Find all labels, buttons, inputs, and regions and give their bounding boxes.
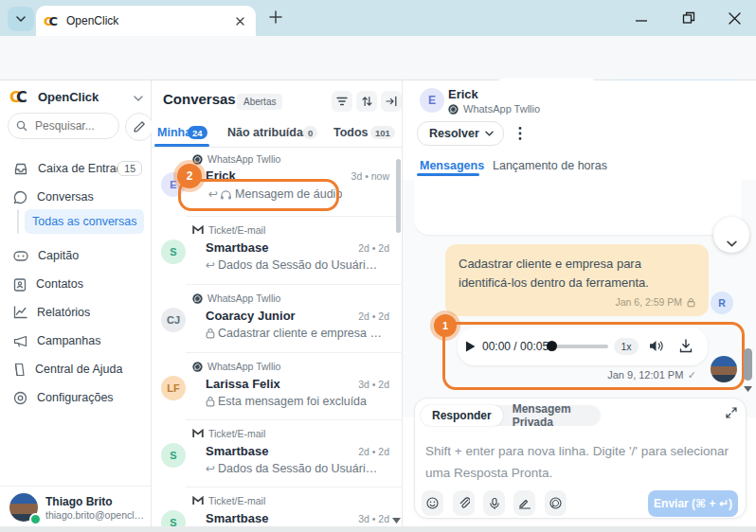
- list-scrollbar-thumb[interactable]: [396, 159, 401, 233]
- tab-search-button[interactable]: [8, 7, 34, 31]
- sidebar-item-label: Contatos: [36, 277, 83, 291]
- tab-mensagens[interactable]: Mensagens: [420, 159, 484, 172]
- composer-placeholder[interactable]: Shift + enter para nova linha. Digite '/…: [425, 440, 742, 484]
- chevron-down-icon[interactable]: [485, 131, 494, 136]
- channel-label: Ticket/E-mail: [192, 428, 265, 439]
- conversation-menu-icon[interactable]: [518, 126, 522, 141]
- note-author-avatar: R: [711, 292, 733, 314]
- avatar: CJ: [161, 308, 186, 332]
- sidebar: CC OpenClick Caixa de Entrada 15: [0, 80, 152, 526]
- conversation-row-larissa[interactable]: LF WhatsApp Twllio Larissa Felix 3d • 2d…: [152, 353, 403, 420]
- sidebar-item-capitao[interactable]: Capitão: [0, 243, 152, 268]
- emoji-icon[interactable]: [422, 490, 443, 516]
- note-text: Cadastrar cliente e empresa para identif…: [459, 255, 695, 293]
- chat-contact-channel: WhatsApp Twllio: [448, 103, 540, 115]
- search-input[interactable]: [33, 118, 113, 133]
- previous-message-bubble: [414, 178, 742, 235]
- tab-mensagem-privada[interactable]: Mensagem Privada: [503, 402, 601, 429]
- sidebar-item-label: Central de Ajuda: [35, 363, 122, 376]
- robot-icon: [13, 250, 28, 262]
- reply-icon: ↩: [206, 463, 215, 474]
- audio-message-timestamp: Jan 9, 12:01 PM ✓: [516, 365, 696, 382]
- chat-panel: E Erick WhatsApp Twllio Resolver Mensage…: [403, 80, 756, 526]
- window-minimize-button[interactable]: [627, 8, 656, 28]
- sidebar-item-contatos[interactable]: Contatos: [0, 272, 152, 296]
- tab-close-icon[interactable]: [231, 12, 248, 29]
- sidebar-item-label: Capitão: [38, 249, 79, 262]
- svg-text:C: C: [16, 88, 27, 105]
- window-close-button[interactable]: [720, 8, 748, 28]
- avatar: S: [161, 239, 186, 264]
- sidebar-item-configuracoes[interactable]: Configurações: [0, 385, 152, 410]
- channel-label: WhatsApp Twllio: [192, 153, 280, 165]
- search-box[interactable]: [8, 113, 119, 139]
- annotation-marker-2: 2: [177, 164, 202, 188]
- expand-composer-icon[interactable]: [726, 407, 737, 418]
- send-button[interactable]: Enviar (⌘ + ↵): [648, 490, 738, 517]
- attachment-icon[interactable]: [453, 490, 475, 516]
- sort-icon[interactable]: [356, 91, 377, 112]
- download-icon[interactable]: [679, 339, 693, 353]
- tab-todos-count: 101: [370, 126, 395, 139]
- collapse-panel-icon[interactable]: [381, 91, 402, 112]
- microphone-icon[interactable]: [483, 490, 505, 516]
- chat-scrollbar-thumb[interactable]: [744, 348, 752, 381]
- sidebar-item-central-de-ajuda[interactable]: Central de Ajuda: [0, 357, 152, 381]
- audio-seek-track[interactable]: [549, 345, 608, 348]
- window-restore-button[interactable]: [675, 8, 703, 28]
- list-scroll-down-icon[interactable]: [392, 518, 401, 523]
- playback-speed-button[interactable]: 1x: [614, 338, 639, 355]
- scroll-down-button[interactable]: [713, 217, 749, 253]
- tab-nao-atribuidas[interactable]: Não atribuídas: [227, 126, 310, 139]
- tab-responder[interactable]: Responder: [421, 405, 503, 426]
- user-profile[interactable]: Thiago Brito thiago.brito@openclick...: [0, 486, 151, 527]
- message-preview: ↩ Dados da Sessão do Usuário Ses...: [206, 258, 384, 272]
- status-filter-badge[interactable]: Abertas: [237, 94, 282, 110]
- chart-line-icon: [13, 306, 27, 319]
- browser-tab[interactable]: CC OpenClick: [36, 6, 256, 36]
- signature-icon[interactable]: [513, 490, 535, 516]
- sidebar-item-campanhas[interactable]: Campanhas: [0, 328, 152, 353]
- tab-lancamento-de-horas[interactable]: Lançamento de horas: [493, 159, 607, 172]
- channel-label: Ticket/E-mail: [192, 224, 265, 236]
- tab-nao-atribuidas-count: 0: [303, 126, 317, 139]
- conversation-row-coaracy[interactable]: CJ WhatsApp Twllio Coaracy Junior 2d • 2…: [152, 285, 403, 353]
- conversation-row-smartbase-2[interactable]: S Ticket/E-mail Smartbase 2d • 2d ↩ Dado…: [152, 420, 403, 488]
- sidebar-item-todas-as-conversas[interactable]: Todas as conversas: [25, 209, 144, 234]
- whatsapp-icon: [192, 362, 203, 372]
- svg-text:C: C: [49, 14, 59, 27]
- play-icon[interactable]: [465, 341, 476, 352]
- audio-player: 00:00 / 00:05 1x: [458, 328, 708, 365]
- sidebar-item-conversas[interactable]: Conversas: [0, 185, 152, 209]
- filter-icon[interactable]: [332, 91, 352, 112]
- sidebar-item-relatorios[interactable]: Relatórios: [0, 300, 152, 325]
- sidebar-item-inbox[interactable]: Caixa de Entrada 15: [0, 156, 152, 181]
- conversation-row-smartbase-1[interactable]: S Ticket/E-mail Smartbase 2d • 2d ↩ Dado…: [152, 217, 403, 285]
- private-note-bubble: Cadastrar cliente e empresa para identif…: [445, 244, 709, 316]
- conversation-time: 3d • 2d: [358, 379, 389, 390]
- chat-scroll-down-icon[interactable]: [744, 386, 752, 392]
- user-name: Thiago Brito: [45, 495, 113, 508]
- resolve-button[interactable]: Resolver: [417, 121, 504, 146]
- inbox-count-badge: 15: [117, 161, 142, 176]
- new-tab-button[interactable]: [269, 10, 284, 26]
- audio-seek-thumb[interactable]: [547, 341, 557, 351]
- volume-icon[interactable]: [649, 339, 664, 353]
- compose-button[interactable]: [125, 113, 153, 141]
- browser-toolbar: app.clickdesk.openclick.ai/app/accounts/…: [0, 36, 756, 80]
- annotation-box-2: [178, 179, 339, 211]
- contact-name: Larissa Felix: [206, 377, 280, 391]
- channel-label: WhatsApp Twllio: [192, 361, 280, 372]
- avatar: LF: [161, 376, 186, 400]
- tab-todos[interactable]: Todos: [333, 126, 369, 139]
- workspace-name[interactable]: OpenClick: [38, 90, 99, 104]
- megaphone-icon: [13, 335, 27, 347]
- conversation-time: 2d • 2d: [358, 446, 389, 457]
- online-status-dot: [29, 513, 42, 525]
- conversation-row-smartbase-3[interactable]: S Ticket/E-mail Smartbase 3d • 2d ↩ Boa …: [152, 488, 403, 526]
- reply-icon: ↩: [206, 259, 215, 271]
- tab-minhas-count: 24: [188, 126, 207, 139]
- whatsapp-template-icon[interactable]: [545, 490, 567, 516]
- browser-tabstrip: CC OpenClick: [0, 0, 756, 36]
- workspace-chevron-down-icon[interactable]: [134, 96, 143, 101]
